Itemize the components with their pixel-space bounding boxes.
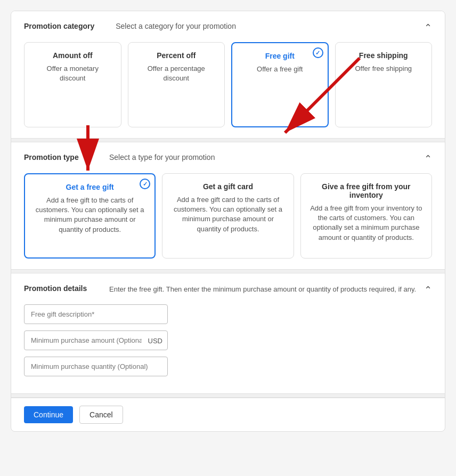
category-section: Promotion category Select a category for… — [11, 11, 445, 138]
divider-2 — [11, 269, 445, 273]
card-amount-off[interactable]: Amount off Offer a monetary discount — [24, 42, 121, 127]
card-get-free-gift-desc: Add a free gift to the carts of customer… — [34, 196, 146, 235]
card-amount-off-title: Amount off — [53, 51, 93, 60]
card-percent-off-title: Percent off — [157, 51, 196, 60]
card-percent-off[interactable]: Percent off Offer a percentage discount — [128, 42, 225, 127]
details-header-left: Promotion details Enter the free gift. T… — [24, 284, 416, 294]
type-section-subtitle: Select a type for your promotion — [109, 153, 215, 162]
main-container: Promotion category Select a category for… — [11, 11, 445, 432]
card-free-gift-title: Free gift — [265, 52, 295, 60]
free-gift-desc-field — [24, 304, 168, 324]
card-gift-card-title: Get a gift card — [203, 182, 253, 191]
get-free-gift-check-badge — [140, 179, 150, 189]
card-free-shipping-title: Free shipping — [359, 51, 408, 60]
card-gift-card-desc: Add a free gift card to the carts of cus… — [171, 195, 284, 234]
type-cards-body: Get a free gift Add a free gift to the c… — [24, 173, 432, 259]
card-free-gift-desc: Offer a free gift — [257, 64, 303, 74]
cancel-button[interactable]: Cancel — [79, 406, 123, 424]
details-desc-wrap: Enter the free gift. Then enter the mini… — [109, 284, 416, 294]
free-gift-desc-input[interactable] — [24, 304, 168, 324]
category-section-subtitle: Select a category for your promotion — [116, 22, 236, 30]
card-free-shipping[interactable]: Free shipping Offer free shipping — [335, 42, 433, 127]
type-header-left: Promotion type Select a type for your pr… — [24, 153, 215, 162]
usd-suffix: USD — [148, 336, 162, 344]
category-cards-grid: Amount off Offer a monetary discount Per… — [24, 42, 432, 127]
details-chevron-icon[interactable]: ⌃ — [424, 284, 432, 296]
card-free-gift[interactable]: Free gift Offer a free gift — [231, 42, 329, 127]
card-amount-off-desc: Offer a monetary discount — [33, 64, 112, 83]
details-section-subtitle: Enter the free gift. Then enter the mini… — [109, 285, 416, 293]
type-cards-grid: Get a free gift Add a free gift to the c… — [24, 173, 432, 259]
category-header-left: Promotion category Select a category for… — [24, 22, 236, 30]
continue-button[interactable]: Continue — [24, 406, 73, 423]
details-section-header: Promotion details Enter the free gift. T… — [24, 284, 432, 296]
type-section-header: Promotion type Select a type for your pr… — [24, 153, 432, 165]
card-inventory-gift-desc: Add a free gift from your inventory to t… — [310, 204, 423, 243]
card-inventory-gift[interactable]: Give a free gift from your inventory Add… — [300, 173, 432, 259]
min-amount-input[interactable] — [24, 330, 168, 350]
details-section-title: Promotion details — [24, 284, 88, 293]
details-form: USD — [24, 304, 432, 376]
min-qty-input[interactable] — [24, 357, 168, 376]
category-chevron-icon[interactable]: ⌃ — [424, 22, 432, 34]
free-gift-check-badge — [313, 47, 323, 58]
card-gift-card[interactable]: Get a gift card Add a free gift card to … — [162, 173, 294, 259]
card-get-free-gift-title: Get a free gift — [66, 183, 114, 191]
details-section: Promotion details Enter the free gift. T… — [11, 273, 445, 393]
type-section-title: Promotion type — [24, 153, 88, 162]
min-qty-field — [24, 357, 168, 376]
divider-1 — [11, 138, 445, 142]
min-amount-field: USD — [24, 330, 168, 350]
divider-3 — [11, 393, 445, 398]
card-free-shipping-desc: Offer free shipping — [355, 64, 412, 74]
category-section-title: Promotion category — [24, 22, 94, 30]
category-cards-body: Amount off Offer a monetary discount Per… — [24, 42, 432, 127]
card-percent-off-desc: Offer a percentage discount — [137, 64, 216, 83]
category-section-header: Promotion category Select a category for… — [24, 22, 432, 34]
footer: Continue Cancel — [11, 398, 445, 431]
type-section: Promotion type Select a type for your pr… — [11, 142, 445, 269]
type-chevron-icon[interactable]: ⌃ — [424, 153, 432, 165]
card-inventory-gift-title: Give a free gift from your inventory — [310, 182, 423, 199]
card-get-free-gift[interactable]: Get a free gift Add a free gift to the c… — [24, 173, 156, 259]
